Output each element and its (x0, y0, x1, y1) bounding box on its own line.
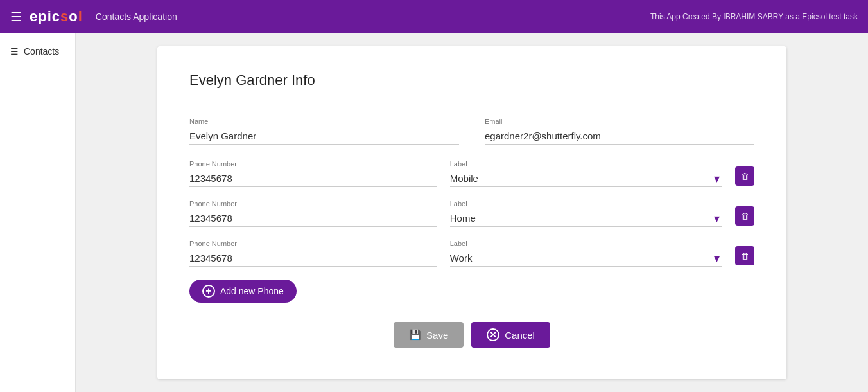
phone-label-1: Phone Number (189, 160, 437, 168)
page-title: Evelyn Gardner Info (189, 72, 754, 89)
divider (189, 102, 754, 102)
trash-icon-3: 🗑 (741, 251, 749, 261)
app-title: Contacts Application (96, 12, 177, 22)
name-label: Name (189, 118, 459, 125)
select-wrapper-2: Mobile Home Work Other ▾ (450, 210, 722, 227)
main-layout: ☰ Contacts Evelyn Gardner Info Name Emai… (0, 33, 868, 392)
name-input[interactable] (189, 128, 459, 145)
phone-label-2: Phone Number (189, 200, 437, 208)
phone-row-3: Phone Number Label Mobile Home Work Othe… (189, 240, 754, 267)
logo: epicsol (30, 8, 83, 25)
main-content: Evelyn Gardner Info Name Email Phone (76, 33, 868, 392)
header-tagline: This App Created By IBRAHIM SABRY as a E… (650, 12, 858, 21)
phone-rows-container: Phone Number Label Mobile Home Work Othe… (189, 160, 754, 267)
header-left: ☰ epicsol Contacts Application (10, 8, 177, 25)
email-input[interactable] (485, 128, 754, 145)
save-label: Save (426, 330, 448, 341)
add-phone-label: Add new Phone (220, 286, 284, 296)
sidebar-item-contacts[interactable]: ☰ Contacts (0, 40, 75, 63)
label-group-2: Label Mobile Home Work Other ▾ (450, 200, 722, 227)
logo-o-accent: l (78, 8, 83, 25)
phone-input-3[interactable] (189, 250, 437, 267)
label-select-3[interactable]: Mobile Home Work Other (450, 250, 722, 267)
add-phone-button[interactable]: + Add new Phone (189, 280, 297, 303)
phone-input-1[interactable] (189, 170, 437, 187)
cancel-button[interactable]: ✕ Cancel (471, 322, 550, 348)
phone-row-2: Phone Number Label Mobile Home Work Othe… (189, 200, 754, 227)
app-header: ☰ epicsol Contacts Application This App … (0, 0, 868, 33)
label-group-1: Label Mobile Home Work Other ▾ (450, 160, 722, 187)
email-group: Email (485, 118, 754, 145)
footer-actions: 💾 Save ✕ Cancel (189, 322, 754, 348)
email-label: Email (485, 118, 754, 125)
x-circle-icon: ✕ (487, 328, 499, 341)
contact-form-card: Evelyn Gardner Info Name Email Phone (157, 46, 786, 379)
logo-s: s (60, 8, 69, 25)
phone-label-3: Phone Number (189, 240, 437, 247)
label-select-1[interactable]: Mobile Home Work Other (450, 170, 722, 187)
select-wrapper-3: Mobile Home Work Other ▾ (450, 250, 722, 267)
label-group-3: Label Mobile Home Work Other ▾ (450, 240, 722, 267)
cancel-label: Cancel (505, 330, 535, 341)
label-label-1: Label (450, 160, 722, 168)
delete-button-2[interactable]: 🗑 (735, 206, 754, 226)
label-select-2[interactable]: Mobile Home Work Other (450, 210, 722, 227)
phone-group-3: Phone Number (189, 240, 437, 267)
list-icon: ☰ (10, 46, 19, 57)
plus-circle-icon: + (202, 285, 215, 298)
logo-ol: o (69, 8, 78, 25)
sidebar-item-label: Contacts (24, 46, 59, 57)
phone-group-2: Phone Number (189, 200, 437, 227)
delete-button-1[interactable]: 🗑 (735, 166, 754, 186)
sidebar: ☰ Contacts (0, 33, 76, 392)
logo-text: epic (30, 8, 60, 25)
delete-button-3[interactable]: 🗑 (735, 246, 754, 265)
phone-group-1: Phone Number (189, 160, 437, 187)
name-group: Name (189, 118, 459, 145)
save-icon: 💾 (409, 329, 421, 341)
phone-input-2[interactable] (189, 210, 437, 227)
label-label-2: Label (450, 200, 722, 208)
select-wrapper-1: Mobile Home Work Other ▾ (450, 170, 722, 187)
trash-icon-1: 🗑 (741, 172, 749, 181)
label-label-3: Label (450, 240, 722, 247)
phone-row-1: Phone Number Label Mobile Home Work Othe… (189, 160, 754, 187)
menu-icon[interactable]: ☰ (10, 9, 22, 24)
save-button[interactable]: 💾 Save (394, 322, 464, 348)
trash-icon-2: 🗑 (741, 211, 749, 221)
name-email-row: Name Email (189, 118, 754, 145)
